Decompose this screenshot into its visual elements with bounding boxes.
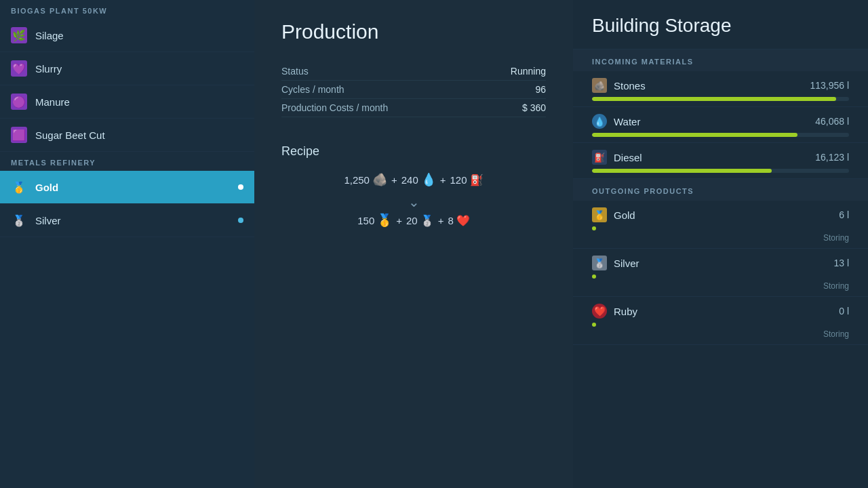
recipe-diesel-amount: 120 (450, 174, 467, 186)
stones-left: 🪨 Stones (592, 78, 646, 93)
gold-storing-label: Storing (592, 233, 849, 243)
sidebar-item-manure[interactable]: 🟣 Manure (0, 85, 254, 119)
gold-list-icon: 🥇 (11, 179, 27, 195)
diesel-header: ⛽ Diesel 16,123 l (592, 150, 849, 165)
sidebar-item-gold-label: Gold (35, 182, 58, 193)
right-panel: Building Storage INCOMING MATERIALS 🪨 St… (573, 0, 868, 488)
stat-value-costs: $ 360 (522, 102, 546, 113)
diesel-progress-bg (592, 169, 849, 173)
recipe-stones-icon: 🪨 (372, 172, 387, 187)
incoming-water: 💧 Water 46,068 l (573, 107, 868, 143)
incoming-materials-header: INCOMING MATERIALS (573, 49, 868, 71)
recipe-silver-icon: 🥈 (420, 214, 434, 227)
building-storage-title: Building Storage (573, 0, 868, 49)
sidebar-item-gold[interactable]: 🥇 Gold (0, 171, 254, 204)
recipe-ruby-amount: 8 (448, 215, 453, 226)
silver-out-header: 🥈 Silver 13 l (592, 256, 849, 270)
sidebar-item-sugar-beet-cut-label: Sugar Beet Cut (35, 129, 105, 141)
water-value: 46,068 l (815, 116, 849, 127)
sidebar-item-sugar-beet-cut[interactable]: 🟪 Sugar Beet Cut (0, 119, 254, 152)
outgoing-gold: 🥇 Gold 6 l Storing (573, 201, 868, 249)
gold-dot-row (592, 226, 849, 230)
recipe-outputs-row: 150 🥇 + 20 🥈 + 8 ❤️ (281, 213, 546, 228)
ruby-out-icon: ❤️ (592, 304, 607, 319)
stat-value-status: Running (511, 66, 546, 77)
incoming-stones: 🪨 Stones 113,956 l (573, 71, 868, 107)
sidebar-item-slurry[interactable]: 💜 Slurry (0, 52, 254, 85)
water-icon: 💧 (592, 114, 607, 129)
recipe-output-silver: 20 🥈 (406, 214, 434, 227)
production-title: Production (281, 20, 546, 43)
recipe-output-ruby: 8 ❤️ (448, 214, 469, 227)
water-progress-fill (592, 133, 797, 137)
stones-progress-fill (592, 97, 836, 101)
gold-out-value: 6 l (839, 209, 849, 220)
silver-list-icon: 🥈 (11, 212, 27, 228)
sidebar-item-silver-label: Silver (35, 215, 61, 226)
sidebar-item-slurry-label: Slurry (35, 63, 62, 75)
stat-label-costs: Production Costs / month (281, 102, 388, 113)
recipe-water-icon: 💧 (421, 172, 436, 187)
silver-storing-label: Storing (592, 281, 849, 291)
silver-out-name: Silver (614, 258, 639, 269)
stat-label-status: Status (281, 66, 309, 77)
recipe-plus-3: + (396, 215, 402, 226)
ruby-out-left: ❤️ Ruby (592, 304, 637, 319)
sidebar-item-silver[interactable]: 🥈 Silver (0, 204, 254, 237)
slurry-icon: 💜 (11, 60, 27, 77)
ruby-storing-label: Storing (592, 329, 849, 339)
gold-out-left: 🥇 Gold (592, 207, 635, 222)
sidebar-item-manure-label: Manure (35, 96, 70, 108)
middle-panel: Production Status Running Cycles / month… (254, 0, 573, 488)
ruby-out-header: ❤️ Ruby 0 l (592, 304, 849, 319)
recipe-arrow: ⌄ (281, 194, 546, 210)
diesel-name: Diesel (614, 152, 642, 163)
stones-progress-bg (592, 97, 849, 101)
silver-out-value: 13 l (833, 258, 849, 268)
silver-out-left: 🥈 Silver (592, 256, 639, 270)
stones-icon: 🪨 (592, 78, 607, 93)
stat-row-status: Status Running (281, 62, 546, 81)
recipe-plus-2: + (440, 174, 446, 186)
stones-value: 113,956 l (810, 80, 849, 91)
incoming-diesel: ⛽ Diesel 16,123 l (573, 143, 868, 179)
recipe-inputs-row: 1,250 🪨 + 240 💧 + 120 ⛽ (281, 172, 546, 187)
ruby-dot (592, 323, 596, 327)
silver-dot (592, 274, 596, 279)
recipe-gold-amount: 150 (357, 215, 374, 226)
silage-icon: 🌿 (11, 27, 27, 43)
water-left: 💧 Water (592, 114, 640, 129)
stats-table: Status Running Cycles / month 96 Product… (281, 62, 546, 117)
left-panel: BIOGAS PLANT 50KW 🌿 Silage 💜 Slurry 🟣 Ma… (0, 0, 254, 488)
recipe-input-stones: 1,250 🪨 (344, 172, 387, 187)
diesel-left: ⛽ Diesel (592, 150, 642, 165)
gold-out-header: 🥇 Gold 6 l (592, 207, 849, 222)
recipe-output-gold: 150 🥇 (357, 213, 392, 228)
silver-dot-row (592, 274, 849, 279)
section1-header: BIOGAS PLANT 50KW (0, 0, 254, 19)
ruby-out-name: Ruby (614, 306, 637, 317)
outgoing-silver: 🥈 Silver 13 l Storing (573, 249, 868, 297)
manure-icon: 🟣 (11, 94, 27, 110)
outgoing-products-header: OUTGOING PRODUCTS (573, 179, 868, 201)
outgoing-ruby: ❤️ Ruby 0 l Storing (573, 297, 868, 345)
sidebar-item-silage[interactable]: 🌿 Silage (0, 19, 254, 52)
recipe-chevron-down-icon: ⌄ (408, 194, 420, 210)
water-header: 💧 Water 46,068 l (592, 114, 849, 129)
gold-dot (592, 226, 596, 230)
sugar-beet-cut-icon: 🟪 (11, 127, 27, 143)
recipe-plus-4: + (438, 215, 444, 226)
gold-out-name: Gold (614, 209, 635, 221)
ruby-dot-row (592, 323, 849, 327)
recipe-diesel-icon: ⛽ (470, 174, 484, 186)
silver-out-icon: 🥈 (592, 256, 607, 270)
stones-header: 🪨 Stones 113,956 l (592, 78, 849, 93)
water-name: Water (614, 116, 640, 127)
recipe-plus-1: + (391, 174, 397, 186)
recipe-gold-icon: 🥇 (377, 213, 392, 228)
silver-active-dot (238, 218, 243, 223)
stat-label-cycles: Cycles / month (281, 84, 344, 95)
ruby-out-value: 0 l (839, 306, 849, 317)
gold-active-dot (238, 184, 243, 190)
stat-row-costs: Production Costs / month $ 360 (281, 99, 546, 117)
